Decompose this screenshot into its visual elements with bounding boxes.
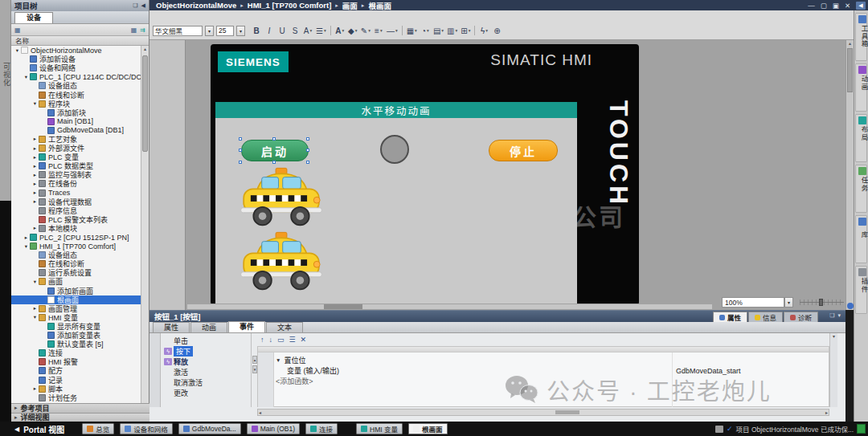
layer-button[interactable]: ▤▾ xyxy=(432,25,444,37)
close-button[interactable]: ✕ xyxy=(845,2,850,10)
taskbar-button[interactable]: 根画面 xyxy=(408,423,448,434)
inspector-hscroll-thumb[interactable] xyxy=(555,410,579,414)
strikethrough-button[interactable]: S xyxy=(289,25,301,37)
tree-expand-arrow[interactable]: ▸ xyxy=(31,198,39,205)
screen-title-bar[interactable]: 水平移动动画 xyxy=(215,102,577,118)
inspector-horizontal-scrollbar[interactable]: ◂ ▸ xyxy=(257,409,829,416)
tree-expand-arrow[interactable]: ▸ xyxy=(31,189,39,196)
tree-expand-arrow[interactable]: ▸ xyxy=(31,181,39,187)
taskbar-button[interactable]: Main (OB1) xyxy=(247,423,300,434)
screen-editor[interactable]: SIEMENS SIMATIC HMI TOUCH 水平移动动画 启动 xyxy=(149,40,845,310)
maximize-button[interactable]: ▣ xyxy=(833,2,839,10)
selection-handle[interactable] xyxy=(272,161,276,164)
event-item[interactable]: 单击 xyxy=(161,336,251,346)
tree-expand-arrow[interactable]: ▸ xyxy=(23,234,30,241)
editor-hscroll-thumb[interactable] xyxy=(324,304,362,309)
breadcrumb-item[interactable]: HMI_1 [TP700 Comfort] xyxy=(248,1,332,10)
taskbar-button[interactable]: HMI 变量 xyxy=(356,423,403,434)
tree-scrollbar-thumb[interactable] xyxy=(142,55,148,152)
taskbar-button[interactable]: 连接 xyxy=(305,423,338,434)
tree-expand-arrow[interactable]: ▾ xyxy=(31,314,39,320)
tree-item[interactable]: 计划任务 xyxy=(11,393,141,402)
tree-item[interactable]: 默认变量表 [5] xyxy=(11,340,141,348)
event-list-splitter[interactable]: ▴ ▾ xyxy=(251,333,257,407)
expand-all-button[interactable]: ▭ xyxy=(277,336,285,344)
portal-view-button[interactable]: ◀ Portal 视图 xyxy=(14,423,64,435)
delete-function-button[interactable]: ✕ xyxy=(301,336,307,344)
task-card-工具箱[interactable]: 工具箱 xyxy=(855,13,867,61)
inspector-tab-信息[interactable]: 信息 xyxy=(748,312,783,322)
tree-expand-arrow[interactable]: ▾ xyxy=(23,74,30,80)
tree-expand-arrow[interactable]: ▸ xyxy=(31,145,39,152)
underline-button[interactable]: U xyxy=(276,25,288,37)
move-up-button[interactable]: ↑ xyxy=(260,336,264,344)
editor-corner-icon[interactable] xyxy=(847,303,854,309)
pin-icon[interactable]: ❏ xyxy=(133,2,137,9)
breadcrumb-item[interactable]: 根画面 xyxy=(368,0,391,11)
tree-expand-arrow[interactable]: ▸ xyxy=(31,154,39,161)
font-color-button[interactable]: A▾ xyxy=(334,25,346,37)
tab-devices[interactable]: 设备 xyxy=(14,12,53,23)
align-button[interactable]: ☰▾ xyxy=(315,25,327,37)
selection-handle[interactable] xyxy=(239,149,242,152)
tree-expand-arrow[interactable]: ▸ xyxy=(31,136,39,142)
line-style-button[interactable]: ≡▾ xyxy=(373,25,384,37)
zoom-level-select[interactable]: 100% xyxy=(722,297,784,308)
zoom-dropdown[interactable]: ▾ xyxy=(784,297,793,308)
border-color-button[interactable]: ✎▾ xyxy=(360,25,371,37)
grid-button[interactable]: ⊞▾ xyxy=(460,25,471,37)
minimize-button[interactable]: — xyxy=(808,2,815,10)
breadcrumb-item[interactable]: 画面 xyxy=(342,0,358,11)
event-item[interactable]: 更改 xyxy=(161,388,251,398)
font-size-input[interactable] xyxy=(216,26,234,36)
tree-expand-arrow[interactable]: ▸ xyxy=(31,305,39,312)
tree-expand-arrow[interactable]: ▾ xyxy=(14,47,21,54)
tree-item[interactable]: 运行系统设置 xyxy=(11,268,141,277)
inspector-right-scrollbar[interactable]: ▾ xyxy=(829,333,837,407)
font-name-dropdown[interactable]: ▾ xyxy=(205,26,214,36)
tab-事件[interactable]: 事件 xyxy=(228,321,265,332)
editor-vertical-scrollbar[interactable]: ▴ xyxy=(845,40,854,310)
tree-item[interactable]: 设备和网络 xyxy=(11,63,141,72)
italic-button[interactable]: I xyxy=(264,25,275,37)
event-item[interactable]: 取消激活 xyxy=(161,377,251,388)
details-view-section[interactable]: ▸ 详细视图 xyxy=(11,413,149,422)
tree-item[interactable]: ▸PLC_2 [CPU 1512SP-1 PN] xyxy=(11,233,141,242)
taxi-image[interactable] xyxy=(240,231,323,295)
taxi-image[interactable] xyxy=(240,167,323,230)
tree-item[interactable]: 添加新块 xyxy=(11,108,141,117)
tag-connection-button[interactable]: ϟ▾ xyxy=(478,25,489,37)
start-button-object[interactable]: 启动 xyxy=(241,140,309,161)
tree-expand-arrow[interactable]: ▸ xyxy=(31,385,39,392)
task-card-动画[interactable]: 动画 xyxy=(855,63,867,112)
tab-动画[interactable]: 动画 xyxy=(190,322,227,332)
tree-item[interactable]: ▸本地模块 xyxy=(11,224,141,233)
inspector-tab-属性[interactable]: 属性 xyxy=(713,312,747,322)
group-button[interactable]: ▥▾ xyxy=(446,25,458,37)
tab-属性[interactable]: 属性 xyxy=(153,322,190,332)
tree-item[interactable]: Main [OB1] xyxy=(11,117,141,126)
bold-button[interactable]: B xyxy=(251,25,262,37)
collapse-panel-icon[interactable]: ◀ xyxy=(856,2,866,10)
tree-item[interactable]: 配方 xyxy=(11,366,141,375)
zoom-select-button[interactable]: ⊕ xyxy=(491,25,502,37)
tree-item[interactable]: 添加新设备 xyxy=(11,55,141,63)
stop-button-object[interactable]: 停止 xyxy=(489,140,558,161)
selection-handle[interactable] xyxy=(272,137,276,141)
font-name-input[interactable] xyxy=(153,26,203,36)
selection-handle[interactable] xyxy=(239,161,242,164)
font-size-button[interactable]: A▾ xyxy=(302,25,313,37)
taskbar-button[interactable]: GdbMoveDa... xyxy=(178,423,241,434)
tree-item[interactable]: HMI 报警 xyxy=(11,357,141,366)
editor-vscroll-thumb[interactable] xyxy=(847,48,853,92)
tree-item[interactable]: ▸在线备份 xyxy=(11,179,141,188)
scroll-right-icon[interactable]: ▸ xyxy=(825,410,828,415)
tree-scrollbar[interactable]: ▴ xyxy=(141,46,149,403)
task-card-插件[interactable]: 插件 xyxy=(855,266,867,314)
task-card-布局[interactable]: 布局 xyxy=(855,114,867,162)
tab-文本[interactable]: 文本 xyxy=(266,322,303,332)
rotate-button[interactable]: ◔▾ xyxy=(420,25,431,37)
font-size-dropdown[interactable]: ▾ xyxy=(236,26,245,36)
tree-filter-icon[interactable]: ▦ xyxy=(131,26,137,34)
collapse-tree-icon[interactable]: ◀ xyxy=(141,2,145,9)
